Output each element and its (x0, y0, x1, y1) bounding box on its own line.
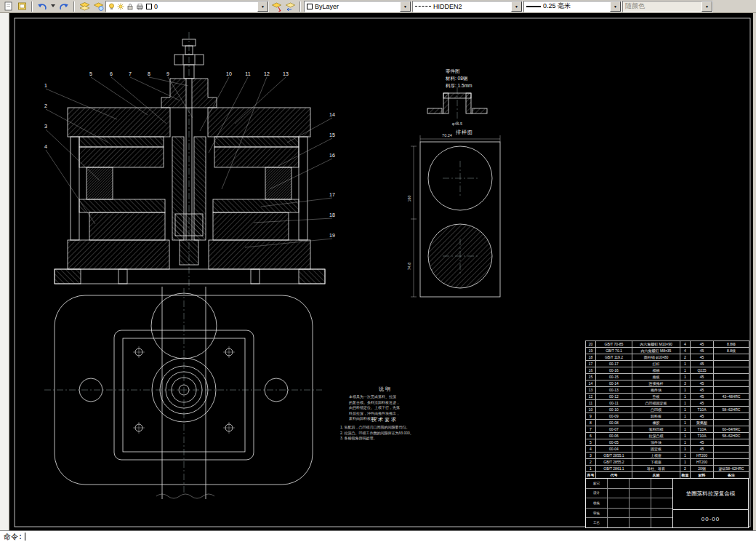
layer-previous-glyph (285, 1, 296, 12)
layer-freeze-icon (117, 3, 124, 10)
svg-text:16: 16 (329, 153, 335, 158)
title-block-row: 校核 (586, 498, 672, 509)
parts-table-row: 1GB/T 2861.1导柱、导套220钢渗碳58~62HRC (586, 466, 749, 472)
drawing-title: 垫圈落料拉深复合模 (673, 479, 748, 510)
svg-text:5: 5 (89, 71, 92, 76)
sheet-icon[interactable] (1, 1, 15, 12)
sheet-icon-glyph (4, 1, 13, 11)
parts-table-row: 1700-17打杆145 (586, 361, 749, 367)
parts-table-row: 1300-13推件块145 (586, 387, 749, 394)
plot-style-dropdown[interactable]: 随颜色 ▼ (622, 1, 713, 12)
svg-text:17: 17 (329, 192, 335, 197)
linetype-dropdown-arrow-icon[interactable]: ▼ (511, 1, 522, 12)
plot-style-value: 随颜色 (625, 1, 645, 11)
color-dropdown-arrow-icon[interactable]: ▼ (400, 1, 411, 12)
svg-text:13: 13 (283, 71, 289, 76)
svg-text:10: 10 (226, 71, 232, 76)
toolbar-separator (299, 1, 301, 12)
svg-text:2: 2 (44, 103, 47, 108)
layer-properties-glyph (79, 1, 90, 12)
layer-properties-icon[interactable] (78, 1, 91, 12)
svg-text:1: 1 (44, 83, 47, 88)
drawing-canvas[interactable]: 1234567891011121314151617181970.2416074.… (9, 13, 753, 530)
parts-table-row: 600-06拉深凸模1T10A58~62HRC (586, 433, 749, 439)
notes-title: 说明 (349, 386, 422, 393)
parts-table-row: 19GB/T 70.1内六角螺钉 M8×354458.8级 (586, 348, 749, 354)
svg-text:14: 14 (329, 112, 335, 117)
part-info-block: 零件图 材料: 08钢 料厚: 1.5mm (446, 68, 507, 89)
svg-text:19: 19 (329, 233, 335, 238)
svg-text:74.8: 74.8 (407, 263, 411, 271)
layer-states-glyph (93, 1, 104, 12)
part-material-label: 材料: 08钢 (446, 75, 507, 82)
parts-table-row: 1200-12垫板14543~48HRC (586, 394, 749, 400)
svg-text:6: 6 (110, 71, 113, 76)
parts-table-row: 1400-14连接推杆345 (586, 380, 749, 387)
plot-style-dropdown-arrow-icon[interactable]: ▼ (701, 1, 712, 12)
parts-table-row: 1100-11凸凹模固定板145 (586, 400, 749, 407)
svg-text:11: 11 (245, 71, 250, 76)
strip-layout-view (411, 135, 500, 297)
drawing-number: 00-00 (673, 510, 748, 527)
svg-text:12: 12 (264, 71, 270, 76)
svg-text:15: 15 (329, 132, 335, 138)
svg-text:3: 3 (44, 124, 47, 129)
svg-text:18: 18 (329, 212, 335, 218)
svg-text:160: 160 (407, 195, 411, 202)
layer-color-chip (146, 4, 152, 9)
palette-icon-glyph (17, 1, 27, 11)
svg-text:φ46.5: φ46.5 (452, 121, 462, 126)
title-block-row: 设计 (586, 489, 672, 499)
parts-table-row: 1000-10凸凹模1T10A58~62HRC (586, 407, 749, 413)
title-block-right: 垫圈落料拉深复合模 00-00 (673, 479, 748, 527)
color-chip (307, 4, 313, 9)
linetype-value: HIDDEN2 (433, 3, 462, 10)
palette-icon[interactable] (15, 1, 28, 12)
undo-dropdown-icon[interactable] (49, 1, 57, 12)
toolbar-separator (31, 1, 33, 12)
tech-requirements-lines: 1. 装配后，凸凹模刃口周围的间隙要均匀。2. 拉深凸、凹模工作面的间隙保证为δ… (340, 425, 429, 442)
lineweight-dropdown-arrow-icon[interactable]: ▼ (610, 1, 621, 12)
plan-view (44, 287, 322, 499)
title-block: 标记设计校核审核工艺 垫圈落料拉深复合模 00-00 (585, 478, 749, 528)
parts-table-row: 500-05顶件块145 (586, 439, 749, 446)
command-prompt: 命令: (4, 532, 23, 542)
parts-table-row: 2GB/T 2855.2下模座1HT200 (586, 459, 749, 466)
lineweight-value: 0.25 毫米 (543, 1, 571, 11)
title-block-rows: 标记设计校核审核工艺 (586, 479, 673, 527)
make-object-layer-current-icon[interactable] (270, 1, 283, 12)
lineweight-sample-icon (526, 6, 541, 7)
tech-requirements-title: 技术要求 (340, 416, 429, 423)
parts-table: 20GB/T 70-85内六角螺钉 M10×904458.8级19GB/T 70… (585, 340, 749, 479)
parts-table-row: 800-08橡胶1聚氨酯 (586, 420, 749, 426)
linetype-dropdown[interactable]: HIDDEN2 ▼ (412, 1, 523, 12)
layer-dropdown-arrow-icon[interactable]: ▼ (257, 1, 268, 12)
tech-requirements-block: 技术要求 1. 装配后，凸凹模刃口周围的间隙要均匀。2. 拉深凸、凹模工作面的间… (340, 416, 429, 442)
redo-icon[interactable] (57, 1, 71, 12)
parts-table-row: 1600-16模柄1Q235 (586, 367, 749, 374)
part-detail-view (427, 87, 487, 122)
layer-lock-icon (126, 3, 134, 10)
layer-plot-icon (136, 3, 144, 10)
part-thickness-label: 料厚: 1.5mm (446, 82, 507, 89)
title-block-row: 工艺 (586, 518, 672, 527)
undo-icon-glyph (37, 1, 47, 12)
color-dropdown[interactable]: ByLayer ▼ (304, 1, 411, 12)
lineweight-dropdown[interactable]: 0.25 毫米 ▼ (523, 1, 622, 12)
parts-table-row: 700-07落料凹模1T10A60~64HRC (586, 426, 749, 433)
undo-icon[interactable] (36, 1, 49, 12)
command-line[interactable]: 命令: (0, 530, 756, 542)
layer-previous-icon[interactable] (284, 1, 297, 12)
layer-dropdown[interactable]: 0 ▼ (105, 1, 269, 12)
linetype-sample-icon (415, 6, 431, 7)
title-block-row: 标记 (586, 479, 672, 489)
command-caret (25, 533, 25, 541)
redo-icon-glyph (59, 1, 69, 12)
title-block-row: 审核 (586, 509, 672, 519)
parts-table-row: 1500-15推板145 (586, 374, 749, 380)
undo-dropdown-glyph (51, 4, 56, 9)
parts-table-row: 900-09卸料板145 (586, 413, 749, 420)
svg-text:7: 7 (129, 71, 132, 76)
parts-table-row: 400-04固定板145 (586, 446, 749, 453)
layer-states-icon[interactable] (92, 1, 105, 12)
